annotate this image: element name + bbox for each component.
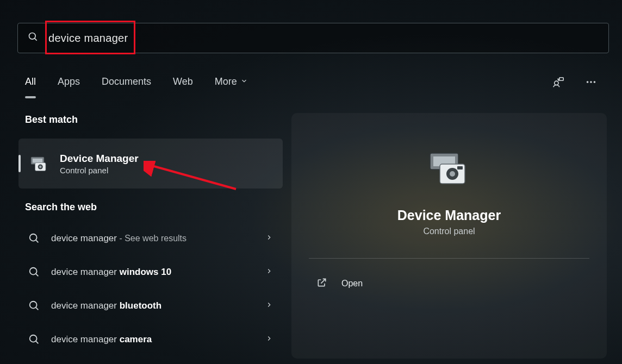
search-icon (28, 32, 39, 45)
svg-point-16 (30, 302, 37, 309)
tab-apps[interactable]: Apps (58, 76, 80, 87)
best-match-subtitle: Control panel (60, 166, 139, 175)
svg-point-24 (450, 171, 455, 177)
device-manager-large-icon (428, 151, 470, 186)
search-web-header: Search the web (18, 202, 283, 213)
chevron-right-icon (265, 301, 273, 311)
search-bar[interactable] (17, 23, 609, 53)
search-input[interactable] (39, 23, 608, 53)
details-title: Device Manager (309, 208, 589, 223)
web-result-item[interactable]: device manager camera (18, 323, 283, 356)
web-result-label: device manager camera (51, 334, 273, 345)
svg-line-13 (36, 240, 38, 242)
details-right-pane: Device Manager Control panel Open (291, 113, 607, 359)
more-options-icon[interactable] (585, 76, 597, 90)
search-icon (28, 334, 40, 346)
details-subtitle: Control panel (309, 227, 589, 236)
details-divider (309, 258, 589, 259)
web-result-item[interactable]: device manager windows 10 (18, 255, 283, 289)
svg-line-1 (35, 39, 37, 41)
open-action-label: Open (341, 279, 363, 288)
svg-point-0 (29, 33, 36, 40)
open-external-icon (316, 277, 327, 290)
tab-all[interactable]: All (25, 76, 36, 87)
web-result-label: device manager bluetooth (51, 300, 273, 311)
svg-line-15 (36, 274, 38, 276)
web-result-item[interactable]: device manager bluetooth (18, 289, 283, 323)
web-result-label: device manager windows 10 (51, 267, 273, 278)
best-match-result[interactable]: Device Manager Control panel (18, 139, 283, 189)
svg-point-6 (594, 81, 596, 83)
search-icon (28, 233, 40, 244)
svg-line-19 (36, 341, 38, 343)
search-icon (28, 300, 40, 312)
svg-point-5 (590, 81, 592, 83)
svg-point-12 (30, 234, 37, 241)
svg-point-14 (30, 268, 37, 275)
filter-tabs: All Apps Documents Web More (25, 76, 248, 87)
svg-rect-25 (457, 166, 463, 170)
device-manager-icon (29, 154, 49, 173)
best-match-title: Device Manager (60, 153, 139, 165)
chevron-right-icon (265, 267, 273, 277)
svg-rect-3 (559, 78, 563, 81)
svg-line-17 (36, 307, 38, 310)
search-icon (28, 266, 40, 278)
chevron-right-icon (265, 234, 273, 243)
header-actions (552, 76, 597, 90)
web-results-list: device manager - See web results device … (18, 222, 283, 356)
results-left-pane: Best match Device Manager Control panel … (18, 114, 283, 356)
chevron-right-icon (265, 335, 273, 344)
best-match-header: Best match (18, 114, 283, 125)
tab-documents[interactable]: Documents (102, 76, 151, 87)
svg-point-2 (555, 81, 558, 85)
svg-point-4 (587, 81, 589, 83)
svg-point-18 (30, 335, 37, 342)
tab-more-label: More (215, 76, 237, 87)
best-match-text: Device Manager Control panel (60, 153, 139, 175)
tab-web[interactable]: Web (173, 76, 193, 87)
svg-point-11 (39, 166, 42, 168)
chevron-down-icon (240, 76, 248, 87)
tab-more[interactable]: More (215, 76, 248, 87)
svg-rect-8 (33, 159, 42, 163)
web-result-label: device manager - See web results (51, 233, 273, 244)
web-result-item[interactable]: device manager - See web results (18, 222, 283, 255)
open-action[interactable]: Open (309, 272, 589, 296)
profile-icon[interactable] (552, 76, 564, 90)
